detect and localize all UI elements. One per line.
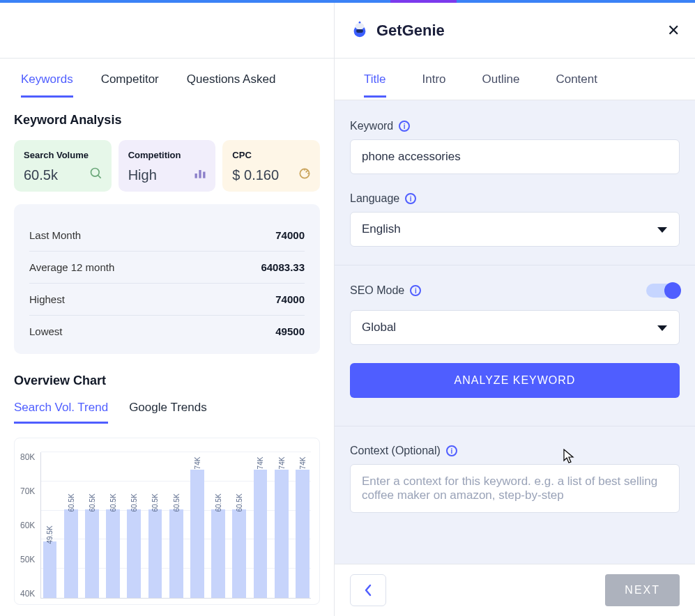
svg-point-7 [356,22,365,29]
stat-cards: Search Volume 60.5k Competition High CPC… [14,140,320,192]
svg-point-9 [359,21,361,23]
bar-value-label: 60.5K [236,493,243,511]
chart-tab-google-trends[interactable]: Google Trends [129,401,207,424]
label-text: Context (Optional) [350,445,441,457]
tab-outline[interactable]: Outline [464,60,538,99]
bar-column: 60.5K [105,452,121,598]
next-button[interactable]: NEXT [605,574,680,606]
analyze-keyword-button[interactable]: ANALYZE KEYWORD [350,363,680,398]
bar: 60.5K [211,509,225,598]
bar: 60.5K [232,509,246,598]
form-group-keyword: Keyword i [350,120,680,174]
tab-competitor[interactable]: Competitor [87,60,173,99]
info-icon[interactable]: i [405,193,416,204]
bar-column: 74K [252,452,268,598]
context-textarea[interactable] [350,464,680,513]
bar: 74K [296,470,310,598]
region-select[interactable]: Global [350,310,680,345]
right-form-scroll[interactable]: Keyword i Language i English SEO Mode i [335,100,695,564]
brand: GetGenie [350,20,445,42]
bar-column: 49.5K [41,452,58,598]
bar-value-label: 60.5K [151,493,159,511]
seo-mode-label: SEO Mode i [350,284,421,297]
bar-column: 74K [294,452,311,598]
kv-key: Highest [29,293,65,305]
y-tick: 40K [20,589,35,599]
chart-tab-search-vol-trend[interactable]: Search Vol. Trend [14,401,108,424]
y-tick: 50K [20,555,35,564]
tab-title[interactable]: Title [346,60,404,99]
context-label: Context (Optional) i [350,445,680,457]
bar: 74K [190,470,204,598]
label-text: Language [350,192,399,205]
target-icon [298,167,312,183]
bar-value-label: 60.5K [88,493,96,511]
chart-tabs: Search Vol. Trend Google Trends [14,401,320,424]
bar-value-label: 60.5K [109,493,117,511]
svg-line-1 [98,176,100,178]
kv-value: 74000 [275,229,305,241]
kv-key: Last Month [29,229,81,241]
kv-row: Lowest 49500 [29,316,305,347]
bar-column: 60.5K [231,452,247,598]
keyword-label: Keyword i [350,120,680,132]
close-icon[interactable]: ✕ [667,22,680,40]
bar-column: 74K [273,452,290,598]
stat-label: Search Volume [24,150,102,160]
magnify-icon [89,167,103,183]
bar: 60.5K [64,509,78,598]
label-text: SEO Mode [350,284,404,297]
bar-column: 60.5K [125,452,142,598]
bar-value-label: 60.5K [130,493,138,511]
chart-search-vol-trend: 80K70K60K50K40K 49.5K60.5K60.5K60.5K60.5… [14,438,320,605]
stat-card-cpc: CPC $ 0.160 [222,140,320,192]
stat-label: Competition [128,150,206,160]
kv-row: Highest 74000 [29,284,305,316]
keyword-analysis-title: Keyword Analysis [14,113,320,128]
kv-value: 64083.33 [261,261,305,273]
divider [335,265,695,265]
bar-column: 60.5K [210,452,227,598]
bar-column: 60.5K [63,452,79,598]
bar-value-label: 74K [298,457,306,470]
form-group-context: Context (Optional) i [350,445,680,516]
language-select[interactable]: English [350,212,680,247]
bar: 74K [275,470,289,598]
svg-rect-2 [195,174,197,178]
bar-value-label: 60.5K [215,493,222,511]
info-icon[interactable]: i [446,445,457,456]
bar-column: 60.5K [84,452,100,598]
right-panel: GetGenie ✕ Title Intro Outline Content K… [335,3,695,616]
toggle-knob [664,282,681,299]
kv-row: Last Month 74000 [29,220,305,252]
tab-questions-asked[interactable]: Questions Asked [173,60,290,99]
right-header: GetGenie ✕ [335,3,695,59]
info-icon[interactable]: i [410,285,421,296]
stat-card-search-volume: Search Volume 60.5k [14,140,112,192]
keyword-input[interactable] [350,139,680,174]
bar-chart-icon [193,167,207,183]
back-button[interactable] [350,574,386,606]
right-tabs: Title Intro Outline Content [335,59,695,100]
tab-content[interactable]: Content [537,60,616,99]
seo-mode-toggle[interactable] [646,284,680,298]
form-group-language: Language i English [350,192,680,247]
left-header-spacer [0,3,334,59]
svg-point-0 [91,169,99,177]
kv-value: 49500 [275,325,305,337]
stat-card-competition: Competition High [119,140,216,192]
info-icon[interactable]: i [399,121,410,132]
y-tick: 80K [20,452,35,462]
kv-row: Average 12 month 64083.33 [29,252,305,284]
divider [335,426,695,426]
chart-bars: 49.5K60.5K60.5K60.5K60.5K60.5K60.5K74K60… [40,452,311,599]
kv-value: 74000 [275,293,305,305]
bar: 60.5K [148,509,162,598]
tab-intro[interactable]: Intro [404,60,464,99]
bar-value-label: 74K [193,457,201,470]
bar-value-label: 74K [257,457,264,470]
label-text: Keyword [350,120,393,132]
tab-keywords[interactable]: Keywords [7,60,87,99]
bar: 74K [254,470,268,598]
bar-value-label: 49.5K [46,525,54,544]
